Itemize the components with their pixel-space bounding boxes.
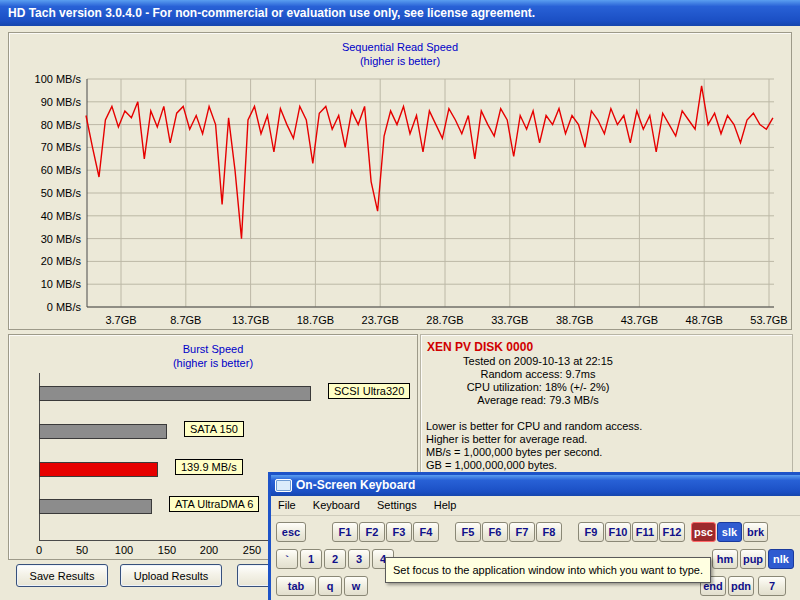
osk-key-psc[interactable]: psc: [691, 522, 716, 542]
osk-key-q[interactable]: q: [318, 576, 342, 596]
osk-key-F5[interactable]: F5: [455, 522, 481, 542]
info-line: Tested on 2009-10-13 at 22:15: [433, 355, 643, 368]
burst-x-tick-label: 0: [22, 544, 56, 556]
sequential-read-panel: 0 MB/s10 MB/s20 MB/s30 MB/s40 MB/s50 MB/…: [8, 32, 792, 330]
y-tick-label: 40 MB/s: [41, 210, 82, 222]
osk-key-slk[interactable]: slk: [717, 522, 742, 542]
upload-results-button[interactable]: Upload Results: [120, 564, 222, 587]
osk-key-F2[interactable]: F2: [359, 522, 385, 542]
osk-title: On-Screen Keyboard: [296, 475, 415, 496]
x-tick-label: 53.7GB: [750, 314, 787, 326]
osk-key-7[interactable]: 7: [758, 576, 786, 596]
osk-key-F3[interactable]: F3: [386, 522, 412, 542]
seq-chart-subtitle: (higher is better): [9, 55, 791, 67]
osk-key-3[interactable]: 3: [348, 549, 370, 569]
seq-chart-title: Sequential Read Speed: [9, 41, 791, 53]
burst-chart-subtitle: (higher is better): [9, 357, 417, 369]
osk-key-hm[interactable]: hm: [712, 549, 738, 569]
y-tick-label: 30 MB/s: [41, 233, 82, 245]
x-tick-label: 23.7GB: [362, 314, 399, 326]
drive-stats: Tested on 2009-10-13 at 22:15Random acce…: [433, 355, 643, 407]
x-tick-label: 48.7GB: [686, 314, 723, 326]
burst-x-tick-label: 200: [192, 544, 226, 556]
info-note-line: MB/s = 1,000,000 bytes per second.: [426, 446, 792, 459]
y-tick-label: 100 MB/s: [35, 73, 82, 85]
drive-name: XEN PV DISK 0000: [421, 335, 792, 355]
osk-key-1[interactable]: 1: [300, 549, 322, 569]
drive-notes: Lower is better for CPU and random acces…: [421, 420, 792, 472]
x-tick-label: 8.7GB: [170, 314, 201, 326]
osk-key-F7[interactable]: F7: [509, 522, 535, 542]
info-note-line: GB = 1,000,000,000 bytes.: [426, 459, 792, 472]
y-tick-label: 70 MB/s: [41, 141, 82, 153]
burst-bar-label: SATA 150: [184, 421, 244, 437]
y-tick-label: 20 MB/s: [41, 255, 82, 267]
osk-key-esc[interactable]: esc: [276, 522, 306, 542]
screen: { "window": { "title": "HD Tach version …: [0, 0, 800, 600]
osk-menubar: File Keyboard Settings Help: [271, 496, 800, 516]
y-tick-label: 50 MB/s: [41, 187, 82, 199]
keyboard-icon: [275, 479, 292, 492]
osk-key-tab[interactable]: tab: [276, 576, 316, 596]
x-tick-label: 33.7GB: [491, 314, 528, 326]
osk-key-pup[interactable]: pup: [740, 549, 766, 569]
info-note-line: Higher is better for average read.: [426, 433, 792, 446]
burst-x-tick-label: 100: [107, 544, 141, 556]
x-tick-label: 38.7GB: [556, 314, 593, 326]
menu-settings[interactable]: Settings: [370, 496, 424, 515]
osk-key-F1[interactable]: F1: [332, 522, 358, 542]
info-note-line: Lower is better for CPU and random acces…: [426, 420, 792, 433]
osk-key-F6[interactable]: F6: [482, 522, 508, 542]
menu-file[interactable]: File: [271, 496, 303, 515]
osk-key-F12[interactable]: F12: [659, 522, 685, 542]
y-tick-label: 80 MB/s: [41, 119, 82, 131]
info-line: CPU utilization: 18% (+/- 2%): [433, 381, 643, 394]
x-tick-label: 43.7GB: [621, 314, 658, 326]
osk-key-F8[interactable]: F8: [536, 522, 562, 542]
osk-titlebar[interactable]: On-Screen Keyboard: [271, 475, 800, 496]
info-line: Average read: 79.3 MB/s: [433, 394, 643, 407]
y-tick-label: 10 MB/s: [41, 278, 82, 290]
menu-keyboard[interactable]: Keyboard: [306, 496, 367, 515]
osk-key-2[interactable]: 2: [324, 549, 346, 569]
burst-x-tick-label: 50: [65, 544, 99, 556]
y-tick-label: 60 MB/s: [41, 164, 82, 176]
menu-help[interactable]: Help: [427, 496, 464, 515]
save-results-button[interactable]: Save Results: [16, 564, 108, 587]
osk-key-F11[interactable]: F11: [632, 522, 658, 542]
hd-tach-titlebar[interactable]: HD Tach version 3.0.4.0 - For non-commer…: [0, 0, 800, 26]
x-tick-label: 28.7GB: [426, 314, 463, 326]
osk-key-F9[interactable]: F9: [578, 522, 604, 542]
burst-x-tick-label: 150: [150, 544, 184, 556]
y-tick-label: 0 MB/s: [47, 301, 82, 313]
x-tick-label: 13.7GB: [232, 314, 269, 326]
x-tick-label: 18.7GB: [297, 314, 334, 326]
osk-tooltip: Set focus to the application window into…: [385, 557, 711, 583]
osk-key-`[interactable]: `: [276, 549, 298, 569]
sequential-read-chart: 0 MB/s10 MB/s20 MB/s30 MB/s40 MB/s50 MB/…: [9, 33, 789, 327]
osk-key-F4[interactable]: F4: [413, 522, 439, 542]
burst-bar-label: SCSI Ultra320: [328, 383, 410, 399]
x-tick-label: 3.7GB: [105, 314, 136, 326]
burst-bar-label: ATA UltraDMA 6: [169, 496, 259, 512]
burst-bar: [39, 462, 158, 477]
osk-key-brk[interactable]: brk: [743, 522, 768, 542]
osk-key-nlk[interactable]: nlk: [768, 549, 794, 569]
burst-chart-title: Burst Speed: [9, 343, 417, 355]
osk-key-w[interactable]: w: [344, 576, 368, 596]
burst-bar: [39, 424, 167, 439]
osk-key-F10[interactable]: F10: [605, 522, 631, 542]
burst-bar: [39, 386, 311, 401]
window-title: HD Tach version 3.0.4.0 - For non-commer…: [8, 6, 535, 20]
burst-bar: [39, 499, 152, 514]
y-tick-label: 90 MB/s: [41, 96, 82, 108]
osk-key-pdn[interactable]: pdn: [728, 576, 754, 596]
burst-bar-label: 139.9 MB/s: [175, 459, 243, 475]
burst-x-tick-label: 250: [235, 544, 269, 556]
info-line: Random access: 9.7ms: [433, 368, 643, 381]
